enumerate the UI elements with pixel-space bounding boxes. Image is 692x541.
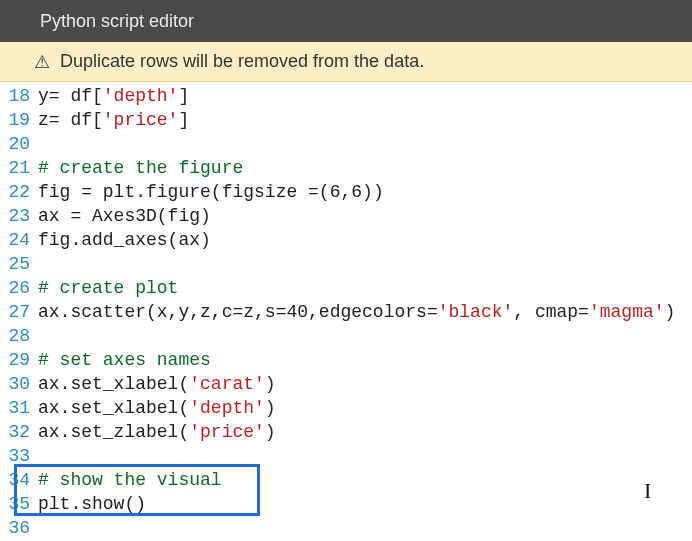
token-id: ax = Axes3D(fig) <box>38 206 211 226</box>
token-str: 'carat' <box>189 374 265 394</box>
code-line[interactable]: 28 <box>0 324 692 348</box>
code-content[interactable]: ax.set_xlabel('carat') <box>38 372 692 396</box>
token-cmt: # create plot <box>38 278 178 298</box>
code-line[interactable]: 25 <box>0 252 692 276</box>
title-bar: Python script editor <box>0 0 692 42</box>
code-line[interactable]: 31ax.set_xlabel('depth') <box>0 396 692 420</box>
code-content[interactable]: # create the figure <box>38 156 692 180</box>
token-id: ,edgecolors= <box>308 302 438 322</box>
line-number: 28 <box>0 324 38 348</box>
token-str: 'black' <box>438 302 514 322</box>
code-line[interactable]: 19z= df['price'] <box>0 108 692 132</box>
token-cmt: # create the figure <box>38 158 243 178</box>
line-number: 34 <box>0 468 38 492</box>
token-num: 6 <box>351 182 362 202</box>
line-number: 21 <box>0 156 38 180</box>
token-id: ] <box>178 110 189 130</box>
token-id: fig = plt.figure(figsize =( <box>38 182 330 202</box>
token-str: 'depth' <box>189 398 265 418</box>
code-content[interactable]: # create plot <box>38 276 692 300</box>
script-editor-panel: Python script editor ⚠ Duplicate rows wi… <box>0 0 692 541</box>
code-content[interactable]: # set axes names <box>38 348 692 372</box>
token-cmt: # set axes names <box>38 350 211 370</box>
code-content[interactable]: y= df['depth'] <box>38 84 692 108</box>
line-number: 30 <box>0 372 38 396</box>
token-id: ax.set_xlabel( <box>38 374 189 394</box>
warning-icon: ⚠ <box>34 51 50 73</box>
line-number: 33 <box>0 444 38 468</box>
token-id: plt.show() <box>38 494 146 514</box>
code-line[interactable]: 36 <box>0 516 692 540</box>
code-content[interactable]: plt.show() <box>38 492 692 516</box>
code-content[interactable]: ax = Axes3D(fig) <box>38 204 692 228</box>
code-line[interactable]: 35plt.show() <box>0 492 692 516</box>
token-num: 40 <box>286 302 308 322</box>
code-content[interactable]: fig = plt.figure(figsize =(6,6)) <box>38 180 692 204</box>
line-number: 27 <box>0 300 38 324</box>
line-number: 24 <box>0 228 38 252</box>
token-id: fig.add_axes(ax) <box>38 230 211 250</box>
token-id: ] <box>178 86 189 106</box>
token-str: 'price' <box>103 110 179 130</box>
code-line[interactable]: 18y= df['depth'] <box>0 84 692 108</box>
line-number: 22 <box>0 180 38 204</box>
code-line[interactable]: 20 <box>0 132 692 156</box>
line-number: 29 <box>0 348 38 372</box>
line-number: 18 <box>0 84 38 108</box>
code-line[interactable]: 33 <box>0 444 692 468</box>
code-line[interactable]: 26# create plot <box>0 276 692 300</box>
token-cmt: # show the visual <box>38 470 222 490</box>
code-line[interactable]: 23ax = Axes3D(fig) <box>0 204 692 228</box>
code-line[interactable]: 22fig = plt.figure(figsize =(6,6)) <box>0 180 692 204</box>
code-content[interactable]: ax.set_zlabel('price') <box>38 420 692 444</box>
line-number: 25 <box>0 252 38 276</box>
token-id: y= df[ <box>38 86 103 106</box>
token-str: 'price' <box>189 422 265 442</box>
token-id: ax.set_xlabel( <box>38 398 189 418</box>
token-id: z= df[ <box>38 110 103 130</box>
line-number: 23 <box>0 204 38 228</box>
code-content[interactable]: # show the visual <box>38 468 692 492</box>
code-line[interactable]: 30ax.set_xlabel('carat') <box>0 372 692 396</box>
code-line[interactable]: 27ax.scatter(x,y,z,c=z,s=40,edgecolors='… <box>0 300 692 324</box>
token-id: , cmap= <box>513 302 589 322</box>
token-id: ) <box>265 374 276 394</box>
code-content[interactable]: z= df['price'] <box>38 108 692 132</box>
token-str: 'depth' <box>103 86 179 106</box>
line-number: 26 <box>0 276 38 300</box>
code-editor[interactable]: 18y= df['depth']19z= df['price']2021# cr… <box>0 82 692 540</box>
token-id: ax.scatter(x,y,z,c=z,s= <box>38 302 286 322</box>
token-id: ax.set_zlabel( <box>38 422 189 442</box>
title-text: Python script editor <box>40 11 194 32</box>
code-line[interactable]: 24fig.add_axes(ax) <box>0 228 692 252</box>
token-id: ) <box>265 398 276 418</box>
token-id: ) <box>665 302 676 322</box>
code-content[interactable]: ax.scatter(x,y,z,c=z,s=40,edgecolors='bl… <box>38 300 692 324</box>
line-number: 35 <box>0 492 38 516</box>
code-line[interactable]: 32ax.set_zlabel('price') <box>0 420 692 444</box>
code-content[interactable]: fig.add_axes(ax) <box>38 228 692 252</box>
line-number: 32 <box>0 420 38 444</box>
token-id: )) <box>362 182 384 202</box>
warning-text: Duplicate rows will be removed from the … <box>60 51 424 72</box>
token-id: ) <box>265 422 276 442</box>
line-number: 20 <box>0 132 38 156</box>
line-number: 31 <box>0 396 38 420</box>
token-str: 'magma' <box>589 302 665 322</box>
code-content[interactable]: ax.set_xlabel('depth') <box>38 396 692 420</box>
warning-bar: ⚠ Duplicate rows will be removed from th… <box>0 42 692 82</box>
code-line[interactable]: 21# create the figure <box>0 156 692 180</box>
line-number: 19 <box>0 108 38 132</box>
token-num: 6 <box>330 182 341 202</box>
code-line[interactable]: 29# set axes names <box>0 348 692 372</box>
line-number: 36 <box>0 516 38 540</box>
token-id: , <box>340 182 351 202</box>
code-line[interactable]: 34# show the visual <box>0 468 692 492</box>
